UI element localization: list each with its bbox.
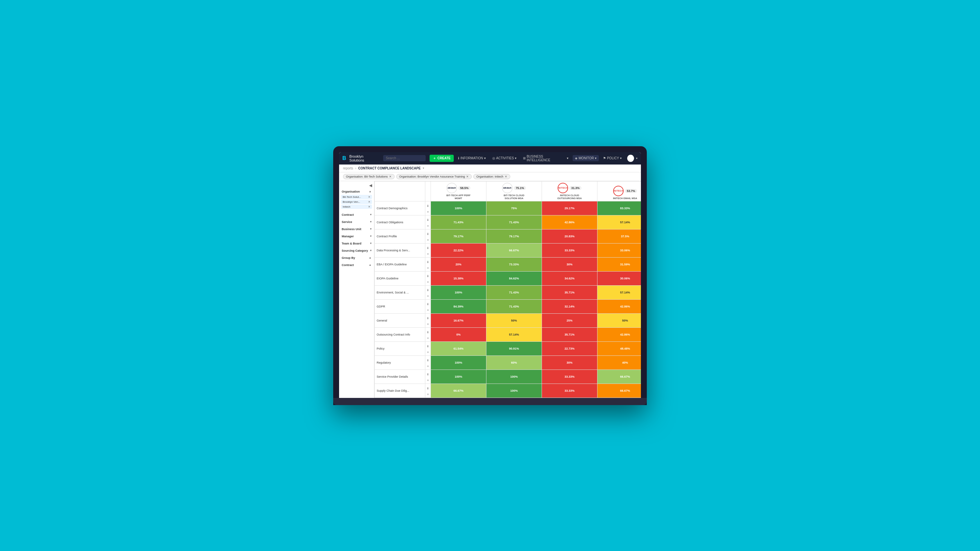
- cell-8-3[interactable]: 50%: [598, 313, 641, 327]
- cell-2-3[interactable]: 37.5%: [598, 229, 641, 243]
- cell-12-3[interactable]: 66.67%: [598, 370, 641, 384]
- remove-filter-0[interactable]: ✕: [389, 175, 392, 178]
- cell-4-1[interactable]: 73.33%: [487, 257, 542, 271]
- sidebar-tag-org-2[interactable]: Initech ✕: [341, 205, 372, 209]
- cell-12-0[interactable]: 100%: [431, 370, 487, 384]
- sidebar-section-manager-header[interactable]: Manager ▾: [341, 234, 372, 239]
- nav-information[interactable]: ℹ INFORMATION ▾: [456, 155, 488, 161]
- cell-1-1[interactable]: 71.43%: [487, 215, 542, 229]
- sidebar-tag-org-0[interactable]: Bit-Tech Solut... ✕: [341, 195, 372, 199]
- cell-9-3[interactable]: 42.86%: [598, 327, 641, 341]
- create-button[interactable]: ＋ CREATE: [430, 155, 454, 162]
- cell-2-0[interactable]: 79.17%: [431, 229, 487, 243]
- cell-12-2[interactable]: 33.33%: [542, 370, 598, 384]
- sort-icon[interactable]: ≡: [427, 322, 429, 326]
- sidebar-section-service-header[interactable]: Service ▾: [341, 219, 372, 225]
- remove-filter-2[interactable]: ✕: [505, 175, 508, 178]
- download-icon[interactable]: ⬇: [426, 260, 429, 264]
- sort-icon[interactable]: ≡: [427, 224, 429, 227]
- cell-0-2[interactable]: 29.17%: [542, 201, 598, 215]
- remove-org-0[interactable]: ✕: [368, 195, 371, 198]
- sidebar-section-groupby-header[interactable]: Group By ▲: [341, 255, 372, 260]
- cell-0-0[interactable]: 100%: [431, 201, 487, 215]
- sort-icon[interactable]: ≡: [427, 210, 429, 213]
- cell-6-3[interactable]: 57.14%: [598, 285, 641, 299]
- download-icon[interactable]: ⬇: [426, 204, 429, 208]
- cell-1-2[interactable]: 42.86%: [542, 215, 598, 229]
- cell-4-2[interactable]: 30%: [542, 257, 598, 271]
- cell-10-1[interactable]: 90.91%: [487, 341, 542, 356]
- download-icon[interactable]: ⬇: [426, 232, 429, 236]
- avatar[interactable]: [627, 155, 634, 162]
- download-icon[interactable]: ⬇: [426, 246, 429, 250]
- search-input[interactable]: [383, 155, 426, 161]
- cell-10-0[interactable]: 61.54%: [431, 341, 487, 356]
- cell-8-2[interactable]: 25%: [542, 313, 598, 327]
- sidebar-section-bu-header[interactable]: Business Unit ▾: [341, 227, 372, 232]
- download-icon[interactable]: ⬇: [426, 289, 429, 292]
- download-icon[interactable]: ⬇: [426, 387, 429, 390]
- sidebar-section-contract2-header[interactable]: Contract ▲: [341, 262, 372, 268]
- cell-5-3[interactable]: 30.06%: [598, 271, 641, 285]
- cell-7-2[interactable]: 32.14%: [542, 299, 598, 313]
- cell-7-1[interactable]: 71.43%: [487, 299, 542, 313]
- remove-org-1[interactable]: ✕: [368, 200, 371, 203]
- sidebar-section-contract-header[interactable]: Contract ▾: [341, 212, 372, 218]
- download-icon[interactable]: ⬇: [426, 373, 429, 376]
- nav-monitor[interactable]: ◈ MONITOR ▾: [573, 155, 599, 161]
- cell-11-3[interactable]: 40%: [598, 356, 641, 370]
- sort-icon[interactable]: ≡: [427, 393, 429, 396]
- download-icon[interactable]: ⬇: [426, 275, 429, 278]
- cell-9-1[interactable]: 57.14%: [487, 327, 542, 341]
- remove-org-2[interactable]: ✕: [368, 205, 371, 208]
- cell-9-2[interactable]: 35.71%: [542, 327, 598, 341]
- download-icon[interactable]: ⬇: [426, 218, 429, 222]
- sidebar-tag-org-1[interactable]: Brooklyn Ven... ✕: [341, 200, 372, 204]
- cell-11-0[interactable]: 100%: [431, 356, 487, 370]
- cell-3-0[interactable]: 22.22%: [431, 243, 487, 257]
- cell-0-1[interactable]: 75%: [487, 201, 542, 215]
- sidebar-section-sourcing-header[interactable]: Sourcing Category ▾: [341, 248, 372, 253]
- cell-13-3[interactable]: 66.67%: [598, 384, 641, 398]
- filter-tag-0[interactable]: Organisation: Bit-Tech Solutions ✕: [343, 174, 395, 179]
- sidebar-section-team-header[interactable]: Team & Board ▾: [341, 241, 372, 246]
- sort-icon[interactable]: ≡: [427, 266, 429, 270]
- download-icon[interactable]: ⬇: [426, 345, 429, 348]
- download-icon[interactable]: ⬇: [426, 359, 429, 362]
- cell-8-1[interactable]: 50%: [487, 313, 542, 327]
- nav-activities[interactable]: ◎ ACTIVITIES ▾: [490, 155, 519, 161]
- filter-tag-2[interactable]: Organisation: Initech ✕: [473, 174, 510, 179]
- cell-5-1[interactable]: 84.62%: [487, 271, 542, 285]
- sort-icon[interactable]: ≡: [427, 365, 429, 368]
- sidebar-section-organisation-header[interactable]: Organisation ▲: [341, 189, 372, 194]
- cell-9-0[interactable]: 0%: [431, 327, 487, 341]
- filter-tag-1[interactable]: Organisation: Brooklyn Vendor Assurance …: [396, 174, 472, 179]
- cell-7-3[interactable]: 42.86%: [598, 299, 641, 313]
- download-icon[interactable]: ⬇: [426, 303, 429, 306]
- cell-11-2[interactable]: 30%: [542, 356, 598, 370]
- cell-3-1[interactable]: 66.67%: [487, 243, 542, 257]
- cell-2-1[interactable]: 79.17%: [487, 229, 542, 243]
- sidebar-collapse-button[interactable]: ◀: [369, 183, 372, 188]
- cell-5-2[interactable]: 34.62%: [542, 271, 598, 285]
- cell-12-1[interactable]: 100%: [487, 370, 542, 384]
- cell-5-0[interactable]: 15.38%: [431, 271, 487, 285]
- cell-0-3[interactable]: 83.33%: [598, 201, 641, 215]
- cell-7-0[interactable]: 84.39%: [431, 299, 487, 313]
- cell-8-0[interactable]: 16.67%: [431, 313, 487, 327]
- cell-13-1[interactable]: 100%: [487, 384, 542, 398]
- download-icon[interactable]: ⬇: [426, 331, 429, 334]
- nav-policy[interactable]: ⚑ POLICY ▾: [601, 155, 624, 161]
- sort-icon[interactable]: ≡: [427, 337, 429, 340]
- sort-icon[interactable]: ≡: [427, 294, 429, 298]
- sort-icon[interactable]: ≡: [427, 351, 429, 354]
- sort-icon[interactable]: ≡: [427, 280, 429, 284]
- cell-1-0[interactable]: 71.43%: [431, 215, 487, 229]
- sort-icon[interactable]: ≡: [427, 379, 429, 382]
- sort-icon[interactable]: ≡: [427, 238, 429, 241]
- cell-3-3[interactable]: 33.06%: [598, 243, 641, 257]
- dropdown-arrow[interactable]: ▾: [423, 167, 424, 170]
- cell-10-2[interactable]: 22.73%: [542, 341, 598, 356]
- cell-6-2[interactable]: 35.71%: [542, 285, 598, 299]
- download-icon[interactable]: ⬇: [426, 317, 429, 320]
